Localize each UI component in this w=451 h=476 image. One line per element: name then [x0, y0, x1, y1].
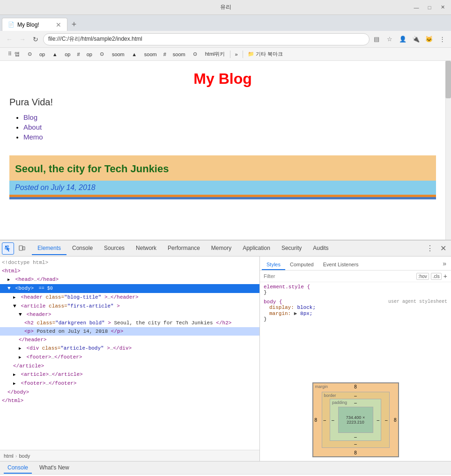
maximize-button[interactable]: □ — [425, 3, 434, 12]
border-box: border – – – – padding – – – – — [322, 392, 390, 448]
tab-console-bottom[interactable]: Console — [4, 462, 32, 474]
html-line-p-selected[interactable]: <p> Posted on July 14, 2018 </p> — [0, 327, 259, 336]
html-line[interactable]: <footer>…</footer> — [0, 353, 259, 362]
blog-link[interactable]: Blog — [23, 113, 37, 121]
about-link[interactable]: About — [23, 123, 42, 131]
address-bar[interactable]: file:///C:/유리/html/sample2/index.html — [43, 33, 370, 45]
bookmark-icon[interactable]: ☆ — [384, 34, 395, 44]
styles-filter-input[interactable] — [264, 273, 414, 279]
bookmark-op3[interactable]: op — [84, 51, 95, 58]
profile-icon[interactable]: 👤 — [398, 34, 408, 44]
bookmark-github2[interactable]: ⊙ — [96, 50, 108, 59]
html-line[interactable]: </header> — [0, 336, 259, 344]
hov-button[interactable]: :hov — [416, 273, 429, 280]
html-line[interactable]: <html> — [0, 267, 259, 275]
border-left: – — [324, 417, 326, 423]
html-line[interactable]: </body> — [0, 388, 259, 396]
tab-computed[interactable]: Computed — [285, 260, 318, 270]
device-toolbar-button[interactable] — [16, 242, 28, 255]
tab-sources[interactable]: Sources — [98, 242, 130, 255]
expand-arrow[interactable] — [7, 276, 12, 284]
svg-rect-2 — [5, 248, 7, 249]
html-line[interactable]: <header class="blog-title" >…</header> — [0, 293, 259, 302]
bookmark-drive1[interactable]: ▲ — [49, 50, 61, 59]
console-input-bar: 🚫 ⊘ top ▼ Filter Default levels ▼ ✓ Grou… — [0, 474, 451, 476]
html-line[interactable]: ▼ <header> — [0, 310, 259, 319]
tab-console[interactable]: Console — [67, 242, 98, 255]
svg-rect-5 — [23, 247, 25, 250]
box-model-area: margin 8 8 8 8 border – – – – padding — [260, 379, 451, 461]
scrollbar-thumb[interactable] — [445, 61, 451, 98]
html-line[interactable]: <!doctype html> — [0, 258, 259, 267]
minimize-button[interactable]: — — [412, 3, 421, 12]
html-line[interactable]: <head>…</head> — [0, 275, 259, 284]
bookmark-soom1[interactable]: soom — [109, 51, 127, 58]
scrollbar[interactable] — [445, 61, 451, 240]
devtools-more-button[interactable]: ⋮ — [422, 244, 437, 253]
bookmark-op1[interactable]: op — [37, 51, 48, 58]
tab-application[interactable]: Application — [237, 242, 276, 255]
html-line[interactable]: <article>…</article> — [0, 370, 259, 379]
bookmark-hash1[interactable]: # — [74, 51, 83, 58]
extension1-icon[interactable]: 🔌 — [411, 34, 421, 44]
tab-security[interactable]: Security — [276, 242, 307, 255]
bookmark-apps[interactable]: ⠿ 앱 — [4, 50, 22, 59]
translate-icon[interactable]: ▤ — [371, 34, 382, 44]
browser-tab[interactable]: 📄 My Blog! ✕ — [2, 18, 67, 31]
tab-close-button[interactable]: ✕ — [56, 21, 61, 29]
tab-whats-new[interactable]: What's New — [36, 462, 73, 474]
bookmark-github1[interactable]: ⊙ — [23, 50, 36, 59]
breadcrumb-item-html[interactable]: html — [4, 453, 14, 459]
close-window-button[interactable]: ✕ — [438, 3, 447, 12]
styles-tabs: Styles Computed Event Listeners » — [260, 256, 451, 271]
bookmark-drive2[interactable]: ▲ — [128, 50, 140, 59]
forward-button[interactable]: → — [17, 34, 28, 45]
html-line[interactable]: </html> — [0, 396, 259, 405]
expand-margin-arrow[interactable]: ▶ — [294, 311, 300, 316]
folder-icon: 📁 — [248, 51, 254, 58]
styles-more-button[interactable]: » — [440, 258, 449, 269]
css-close-brace-body: } — [264, 316, 447, 322]
css-prop-margin: margin: ▶ 8px; — [264, 310, 447, 316]
inspect-element-button[interactable] — [2, 242, 14, 255]
tab-memory[interactable]: Memory — [206, 242, 237, 255]
breadcrumb-bar: html › body — [0, 450, 259, 461]
margin-bottom: 8 — [354, 450, 357, 455]
devtools-close-button[interactable]: ✕ — [437, 244, 449, 253]
tab-audits[interactable]: Audits — [307, 242, 334, 255]
reload-button[interactable]: ↻ — [30, 34, 41, 45]
tab-styles[interactable]: Styles — [262, 260, 285, 270]
bookmark-more[interactable]: » — [232, 51, 241, 58]
github-icon-2: ⊙ — [99, 51, 105, 58]
html-line[interactable]: ▼ <article class="first-article" > — [0, 302, 259, 310]
add-style-button[interactable]: + — [444, 272, 447, 280]
html-line[interactable]: <div class="article-body" >…</div> — [0, 344, 259, 353]
more-button[interactable]: ⋮ — [437, 34, 447, 44]
html-line-body-selected[interactable]: ▼ <body> == $0 — [0, 284, 259, 293]
greeting-text: Pura Vida! — [9, 97, 436, 108]
extension2-icon[interactable]: 🐱 — [424, 34, 434, 44]
breadcrumb-item-body[interactable]: body — [19, 453, 30, 459]
html-line[interactable]: <h2 class="darkgreen bold" > Seoul, the … — [0, 319, 259, 327]
padding-right: – — [377, 417, 379, 423]
html-line[interactable]: <footer>…</footer> — [0, 379, 259, 388]
tab-network[interactable]: Network — [130, 242, 162, 255]
tab-performance[interactable]: Performance — [162, 242, 206, 255]
styles-panel: Styles Computed Event Listeners » :hov .… — [260, 256, 451, 461]
bookmark-op2[interactable]: op — [62, 51, 73, 58]
bookmark-github3[interactable]: ⊙ — [189, 50, 201, 59]
bookmark-hash2[interactable]: # — [161, 51, 169, 58]
new-tab-button[interactable]: + — [67, 18, 81, 31]
blog-title: My Blog — [9, 70, 436, 88]
tab-page-icon: 📄 — [8, 22, 15, 28]
bookmark-soom3[interactable]: soom — [170, 51, 188, 58]
cls-button[interactable]: .cls — [431, 273, 442, 280]
bookmark-htmlwiki[interactable]: html위키 — [202, 50, 228, 59]
memo-link[interactable]: Memo — [23, 133, 43, 141]
html-line[interactable]: </article> — [0, 362, 259, 370]
bookmark-other[interactable]: 📁 기타 북마크 — [245, 50, 286, 59]
back-button[interactable]: ← — [4, 34, 15, 45]
tab-elements[interactable]: Elements — [32, 242, 67, 255]
bookmark-soom2[interactable]: soom — [141, 51, 160, 58]
tab-event-listeners[interactable]: Event Listeners — [318, 260, 363, 270]
